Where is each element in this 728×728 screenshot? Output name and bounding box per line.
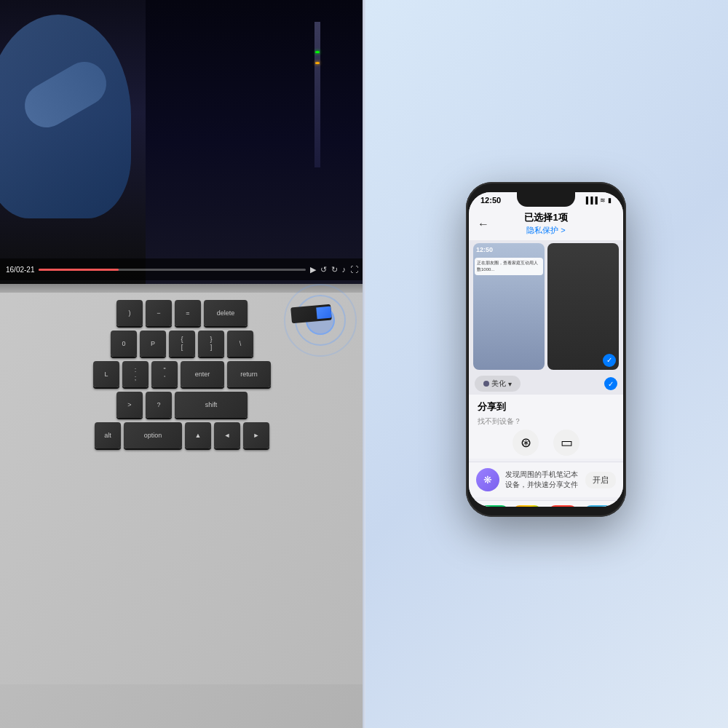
key-close-paren[interactable]: )	[116, 300, 143, 326]
usb-blue-tip	[316, 306, 331, 320]
key-left-arrow[interactable]: ◄	[214, 422, 240, 448]
key-gt[interactable]: >	[116, 392, 143, 418]
status-icons: ▐▐▐ ≋ ▮	[584, 197, 612, 204]
beautify-label: 美化	[491, 379, 506, 389]
key-0[interactable]: 0	[111, 331, 137, 357]
photos-icon: 🌸	[513, 505, 542, 507]
key-up-arrow[interactable]: ▲	[185, 422, 211, 448]
speaker-icon[interactable]: ♪	[342, 265, 347, 274]
confirm-button[interactable]: ✓	[604, 377, 617, 390]
key-right-arrow[interactable]: ►	[243, 422, 269, 448]
key-return[interactable]: return	[227, 361, 271, 387]
video-progress-bar[interactable]	[39, 269, 305, 271]
share-wifi-icon[interactable]: ⊛	[513, 430, 539, 456]
app-icon-wechat[interactable]: 💬 微信	[480, 505, 509, 507]
key-option[interactable]: option	[124, 422, 182, 448]
video-controls[interactable]: 16/02-21 ▶ ↺ ↻ ♪ ⛶	[0, 258, 364, 280]
video-player[interactable]: 16/02-21 ▶ ↺ ↻ ♪ ⛶	[0, 0, 364, 284]
app-icon-print[interactable]: 🖨 打印	[584, 505, 613, 507]
screenshot-1[interactable]: 12:50 正在朋友圈，查看家庭互动用人数1000...	[473, 243, 545, 370]
laptop-screen: 16/02-21 ▶ ↺ ↻ ♪ ⛶	[0, 0, 364, 284]
key-backslash[interactable]: \	[227, 331, 253, 357]
forward-icon[interactable]: ↻	[331, 265, 338, 274]
fullscreen-icon[interactable]: ⛶	[350, 265, 358, 274]
key-minus[interactable]: −	[146, 300, 172, 326]
key-row-5: alt option ▲ ◄ ►	[0, 422, 364, 448]
key-row-4: > ? shift	[0, 392, 364, 418]
app-icon-photos[interactable]: 🌸 相册	[513, 505, 542, 507]
key-delete[interactable]: delete	[204, 300, 248, 326]
back-button[interactable]: ←	[478, 218, 489, 231]
phone-panel: 12:50 ▐▐▐ ≋ ▮ ← 已选择1项 隐私保护 >	[364, 0, 728, 728]
video-progress-fill	[39, 269, 119, 271]
main-scene: 16/02-21 ▶ ↺ ↻ ♪ ⛶ )	[0, 0, 728, 728]
beautify-expand-icon: ▾	[508, 380, 512, 388]
tower-light-green	[315, 51, 320, 53]
share-section: 分享到 找不到设备？ ⊛ ▭	[469, 395, 623, 459]
key-open-brace[interactable]: {[	[169, 331, 195, 357]
key-semicolon[interactable]: :;	[122, 361, 149, 387]
share-title: 分享到	[478, 400, 614, 414]
tower-light-orange	[315, 62, 320, 64]
discovery-open-button[interactable]: 开启	[585, 472, 616, 488]
beautify-button[interactable]: 美化 ▾	[475, 376, 521, 392]
mail-icon: ✉	[548, 505, 577, 507]
app-title: 已选择1项	[478, 211, 614, 224]
play-icon[interactable]: ▶	[310, 265, 316, 274]
battery-icon: ▮	[608, 197, 612, 204]
discovery-icon: ❋	[476, 468, 499, 491]
discovery-section: ❋ 发现周围的手机笔记本设备，并快速分享文件 开启	[469, 462, 623, 497]
wifi-status-icon: ≋	[600, 197, 606, 204]
share-icons: ⊛ ▭	[478, 430, 614, 456]
signal-icon: ▐▐▐	[584, 197, 598, 204]
app-header: ← 已选择1项 隐私保护 >	[469, 208, 623, 240]
share-screen-icon[interactable]: ▭	[553, 430, 579, 456]
key-enter[interactable]: enter	[181, 361, 224, 387]
beautify-dot	[483, 381, 489, 387]
discovery-row: ❋ 发现周围的手机笔记本设备，并快速分享文件 开启	[476, 468, 616, 491]
app-icons-row: 💬 微信 🌸 相册 ✉ 信息与收件箱 🖨 打印	[469, 500, 623, 507]
phone-notch	[517, 192, 575, 207]
key-close-brace[interactable]: }]	[198, 331, 224, 357]
key-l[interactable]: L	[93, 361, 119, 387]
print-icon: 🖨	[584, 505, 613, 507]
check-icon: ✓	[608, 380, 614, 388]
discovery-text: 发现周围的手机笔记本设备，并快速分享文件	[505, 470, 579, 490]
laptop-panel: 16/02-21 ▶ ↺ ↻ ♪ ⛶ )	[0, 0, 364, 728]
tower	[314, 22, 320, 167]
key-shift[interactable]: shift	[175, 392, 248, 418]
key-row-3: L :; "' enter return	[0, 361, 364, 387]
phone-screen: 12:50 ▐▐▐ ≋ ▮ ← 已选择1项 隐私保护 >	[469, 192, 623, 507]
panel-divider	[363, 0, 365, 728]
rewind-icon[interactable]: ↺	[320, 265, 327, 274]
key-quote[interactable]: "'	[151, 361, 178, 387]
key-equals[interactable]: =	[175, 300, 201, 326]
action-bar: 美化 ▾ ✓	[469, 373, 623, 395]
screenshot-2-bg	[547, 243, 619, 370]
video-timestamp: 16/02-21	[6, 266, 34, 274]
screenshot-1-time: 12:50	[476, 246, 493, 253]
screenshots-grid: 12:50 正在朋友圈，查看家庭互动用人数1000...	[469, 240, 623, 373]
key-p[interactable]: P	[140, 331, 166, 357]
key-question[interactable]: ?	[146, 392, 172, 418]
status-time: 12:50	[480, 196, 501, 205]
night-scene	[146, 0, 364, 284]
app-subtitle[interactable]: 隐私保护 >	[478, 225, 614, 236]
screenshot-2[interactable]	[547, 243, 619, 370]
phone-device: 12:50 ▐▐▐ ≋ ▮ ← 已选择1项 隐私保护 >	[466, 182, 626, 517]
screenshot-1-notification: 正在朋友圈，查看家庭互动用人数1000...	[475, 258, 543, 275]
wechat-icon: 💬	[480, 505, 509, 507]
share-subtitle: 找不到设备？	[478, 416, 614, 427]
key-alt[interactable]: alt	[95, 422, 121, 448]
app-icon-mail[interactable]: ✉ 信息与收件箱	[545, 505, 580, 507]
